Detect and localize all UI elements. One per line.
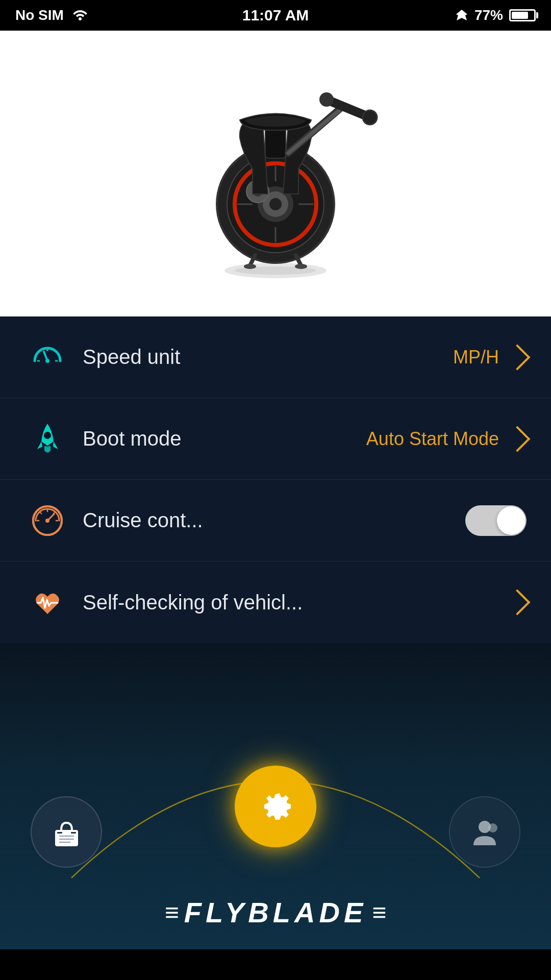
svg-rect-41 (71, 832, 76, 834)
boot-mode-value: Auto Start Mode (366, 428, 499, 450)
svg-line-36 (40, 512, 42, 514)
speed-unit-row[interactable]: Speed unit MP/H (0, 316, 551, 398)
boot-mode-label: Boot mode (83, 427, 366, 450)
location-icon (455, 9, 468, 22)
toggle-knob (497, 506, 525, 535)
wifi-icon (72, 7, 88, 24)
speedometer-icon (24, 334, 70, 380)
profile-button[interactable] (449, 796, 520, 868)
cruise-control-label: Cruise cont... (83, 509, 465, 532)
svg-line-37 (53, 512, 55, 514)
svg-point-29 (44, 432, 51, 439)
logo-text: FLYBLADE (184, 896, 367, 929)
boot-mode-icon (24, 416, 70, 462)
self-checking-row[interactable]: Self-checking of vehicl... (0, 561, 551, 643)
profile-icon (468, 816, 502, 849)
cruise-control-row[interactable]: Cruise cont... (0, 480, 551, 561)
speed-unit-chevron (505, 344, 531, 370)
battery-indicator (509, 9, 536, 21)
self-checking-icon (24, 579, 70, 625)
carrier-label: No SIM (15, 7, 64, 23)
svg-point-16 (319, 92, 334, 107)
svg-rect-40 (57, 832, 62, 834)
svg-point-17 (363, 110, 377, 125)
self-checking-chevron (505, 590, 531, 616)
boot-mode-row[interactable]: Boot mode Auto Start Mode (0, 398, 551, 480)
product-image (158, 51, 393, 296)
logo-right-wing: ≡ (372, 898, 386, 926)
svg-point-5 (269, 198, 282, 210)
status-bar: No SIM 11:07 AM 77% (0, 0, 551, 31)
svg-point-25 (45, 359, 49, 363)
shop-button[interactable] (31, 796, 102, 868)
speed-unit-value: MP/H (453, 347, 499, 368)
cruise-control-icon (24, 498, 70, 544)
svg-point-23 (295, 264, 307, 269)
logo-left-wing: ≡ (165, 898, 179, 926)
logo-container: ≡ FLYBLADE ≡ (165, 896, 387, 929)
shop-icon (50, 816, 83, 849)
cruise-control-toggle[interactable] (465, 505, 527, 536)
svg-point-32 (45, 519, 49, 523)
boot-mode-chevron (505, 426, 531, 452)
product-image-section (0, 31, 551, 316)
self-checking-label: Self-checking of vehicl... (83, 591, 508, 614)
speed-unit-label: Speed unit (83, 346, 453, 369)
bottom-section: ≡ FLYBLADE ≡ (0, 643, 551, 949)
settings-section: Speed unit MP/H Boot mode Auto Start Mod… (0, 316, 551, 643)
time-display: 11:07 AM (242, 7, 309, 24)
svg-point-46 (488, 823, 497, 832)
svg-point-22 (244, 264, 256, 269)
battery-percent: 77% (474, 7, 503, 23)
